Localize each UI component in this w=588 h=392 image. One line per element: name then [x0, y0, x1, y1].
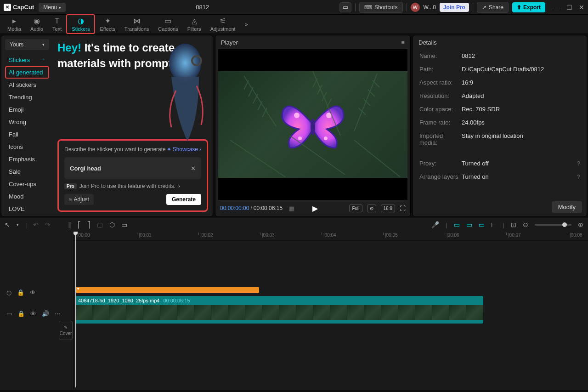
magnet-icon[interactable]: ▭ [454, 221, 460, 228]
undo-icon[interactable]: ↶ [33, 221, 39, 228]
sidebar-item-trending[interactable]: Trending [5, 91, 49, 103]
sidebar-item-ai-generated[interactable]: AI generated [5, 66, 49, 79]
sidebar-item-emoji[interactable]: Emoji [5, 103, 49, 116]
cursor-menu-icon[interactable]: ▾ [17, 222, 19, 227]
maximize-icon[interactable]: ☐ [566, 4, 572, 11]
mic-icon[interactable]: 🎤 [431, 221, 439, 228]
modify-button[interactable]: Modify [552, 201, 582, 213]
quality-icon[interactable]: ▦ [289, 205, 294, 212]
prompt-input[interactable] [70, 165, 191, 172]
help-icon[interactable]: ? [577, 173, 580, 180]
generate-box: Describe the sticker you want to generat… [57, 139, 208, 212]
volume-icon[interactable]: 🔊 [42, 310, 49, 317]
layout-icon[interactable]: ▭ [339, 2, 351, 12]
zoom-out-icon[interactable]: ⊖ [523, 221, 528, 228]
clock-icon[interactable]: ◷ [6, 289, 11, 296]
shortcuts-button[interactable]: ⌨ Shortcuts [359, 2, 403, 13]
sidebar-item-mood[interactable]: Mood [5, 190, 49, 203]
zoom-slider[interactable] [535, 224, 571, 226]
sidebar-item-love[interactable]: LOVE [5, 203, 49, 215]
eye-icon[interactable]: 👁 [30, 289, 36, 296]
sidebar-item-ai-stickers[interactable]: AI stickers [5, 79, 49, 91]
more-icon[interactable]: ⋯ [55, 310, 61, 317]
pro-notice[interactable]: Pro Join Pro to use this feature with cr… [64, 183, 201, 189]
tab-filters[interactable]: ◬Filters [183, 15, 206, 33]
ratio-button[interactable]: 16:9 [381, 205, 395, 212]
clip-label: 4064718-hd_1920_1080_25fps.mp400:00:06:1… [78, 298, 190, 303]
tab-captions[interactable]: ▭Captions [153, 15, 182, 33]
video-icon[interactable]: ▭ [6, 310, 12, 317]
sidebar-item-emphasis[interactable]: Emphasis [5, 153, 49, 165]
share-button[interactable]: ↗ Share [477, 2, 509, 13]
cover-button[interactable]: ✎ Cover [59, 321, 73, 340]
minimize-icon[interactable]: — [554, 4, 560, 11]
tab-audio[interactable]: ◉Audio [26, 15, 48, 33]
timeline: ◷ 🔒 👁 ▭ 🔒 👁 🔊 ⋯ ✎ Cover |00:00 |00:01 |0… [0, 232, 588, 390]
generate-button[interactable]: Generate [166, 194, 201, 205]
tab-text[interactable]: TText [48, 16, 66, 33]
tab-adjustment[interactable]: ⚟Adjustment [206, 15, 240, 33]
stickers-header[interactable]: Stickers⌃ [5, 54, 49, 66]
tab-media[interactable]: ▸Media [3, 15, 26, 33]
play-button[interactable]: ▶ [312, 204, 318, 213]
timeline-tracks[interactable]: |00:00 |00:01 |00:02 |00:03 |00:04 |00:0… [74, 232, 588, 390]
player-menu-icon[interactable]: ≡ [401, 39, 405, 46]
sidebar-item-cover-ups[interactable]: Cover-ups [5, 178, 49, 190]
split-right-icon[interactable]: ⎤ [87, 221, 90, 228]
join-pro-button[interactable]: Join Pro [440, 3, 469, 12]
playhead[interactable] [75, 232, 76, 387]
svg-point-0 [169, 44, 201, 82]
sidebar-item-fall[interactable]: Fall [5, 128, 49, 141]
player-title: Player [221, 39, 238, 46]
redo-icon[interactable]: ↷ [45, 221, 51, 228]
capcut-icon: ✕ [4, 4, 11, 11]
tab-effects[interactable]: ✦Effects [95, 15, 119, 33]
brand-label: CapCut [13, 4, 34, 11]
video-clip[interactable]: 4064718-hd_1920_1080_25fps.mp400:00:06:1… [75, 296, 483, 324]
hero-illustration [144, 35, 213, 146]
close-icon[interactable]: ✕ [579, 4, 584, 11]
titlebar: ✕ CapCut Menu ▾ 0812 ▭ ⌨ Shortcuts W W..… [0, 0, 588, 15]
tab-stickers[interactable]: ◑Stickers [66, 14, 95, 34]
sticker-clip[interactable] [75, 287, 259, 293]
clip-thumbnails [75, 305, 483, 321]
adjust-button[interactable]: ≈ Adjust [64, 194, 94, 205]
tabs-more-icon[interactable]: » [242, 21, 251, 28]
player-viewport[interactable] [218, 49, 407, 200]
sidebar-item-sale[interactable]: Sale [5, 165, 49, 178]
shield-icon[interactable]: ⬡ [109, 221, 115, 228]
delete-icon[interactable]: ▢ [97, 221, 103, 228]
link-icon[interactable]: ▭ [466, 221, 472, 228]
lock-icon[interactable]: 🔒 [17, 289, 24, 296]
zoom-in-icon[interactable]: ⊕ [578, 221, 583, 228]
stickers-sidebar: Yours▾ Stickers⌃ AI generated AI sticker… [1, 35, 53, 216]
align-icon[interactable]: ⊢ [491, 221, 497, 228]
avatar[interactable]: W [411, 3, 420, 12]
project-title: 0812 [66, 4, 339, 11]
menu-button[interactable]: Menu ▾ [39, 3, 65, 12]
full-button[interactable]: Full [349, 205, 362, 212]
cursor-tool[interactable]: ↖ [5, 221, 10, 228]
player-controls: 00:00:00:00/00:00:06:15 ▦ ▶ Full ⊙ 16:9 … [215, 200, 410, 216]
split-left-icon[interactable]: ⎡ [78, 221, 81, 228]
showcase-link[interactable]: ✦ Showcase › [167, 146, 201, 153]
preview-icon[interactable]: ▭ [479, 221, 485, 228]
help-icon[interactable]: ? [577, 160, 580, 167]
lock-icon[interactable]: 🔒 [17, 310, 25, 317]
fit-icon[interactable]: ⊙ [367, 205, 376, 212]
stickers-panel: Yours▾ Stickers⌃ AI generated AI sticker… [1, 35, 213, 217]
shuffle-icon[interactable]: ✕ [191, 165, 196, 172]
profile-name: W...0 [424, 4, 436, 11]
tab-transitions[interactable]: ⋈Transitions [120, 15, 153, 33]
sidebar-item-wrong[interactable]: Wrong [5, 116, 49, 128]
titlebar-actions: ▭ ⌨ Shortcuts W W...0 Join Pro ↗ Share ⬆… [339, 2, 584, 13]
eye-icon[interactable]: 👁 [30, 310, 36, 317]
fit-timeline-icon[interactable]: ⊡ [511, 221, 516, 228]
time-ruler[interactable]: |00:00 |00:01 |00:02 |00:03 |00:04 |00:0… [74, 232, 588, 241]
sidebar-item-icons[interactable]: Icons [5, 141, 49, 153]
export-button[interactable]: ⬆ Export [512, 2, 545, 12]
split-icon[interactable]: ∥ [68, 221, 71, 228]
caption-icon[interactable]: ▭ [121, 221, 127, 228]
expand-icon[interactable]: ⛶ [400, 205, 406, 212]
yours-dropdown[interactable]: Yours▾ [5, 39, 49, 50]
